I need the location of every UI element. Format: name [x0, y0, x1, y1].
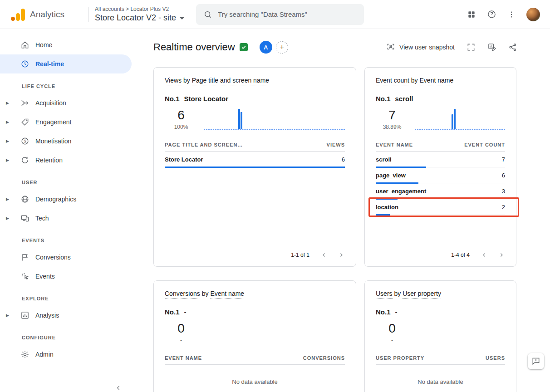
- search-input[interactable]: [218, 10, 357, 18]
- metric-selector[interactable]: Event count: [376, 77, 409, 85]
- expand-chevron-icon[interactable]: ▶: [0, 158, 12, 162]
- edit-dashboard-icon[interactable]: [487, 43, 496, 52]
- analysis-icon: [20, 310, 30, 320]
- card-title: Users by User property: [376, 290, 505, 297]
- add-comparison-button[interactable]: +: [276, 41, 288, 54]
- sidebar-item-acquisition[interactable]: ▶ Acquisition: [0, 93, 132, 113]
- sidebar: Home Real-time LIFE CYCLE ▶ Acquisition …: [0, 29, 136, 392]
- metric-selector[interactable]: Views: [165, 77, 182, 85]
- sidebar-item-analysis[interactable]: ▶ Analysis: [0, 306, 132, 325]
- apps-grid-icon[interactable]: [467, 10, 476, 19]
- dimension-selector[interactable]: User property: [403, 290, 441, 299]
- conversions-card: Conversions by Event name No.1 - 0 -: [153, 280, 356, 392]
- sidebar-section-explore: EXPLORE: [0, 286, 136, 306]
- page-title: Realtime overview: [153, 41, 235, 53]
- no-data-message: No data available: [165, 378, 345, 385]
- percent-label: -: [376, 337, 408, 343]
- table-row: user_engagement 3: [376, 183, 505, 199]
- card-table: EVENT NAME CONVERSIONS No data available: [165, 355, 345, 385]
- search-icon: [203, 10, 212, 19]
- expand-chevron-icon[interactable]: ▶: [0, 120, 12, 124]
- next-page-icon[interactable]: [499, 252, 504, 258]
- row-value-bar: [376, 214, 390, 216]
- analytics-logo-icon: [10, 8, 25, 21]
- card-table: PAGE TITLE AND SCREEN… VIEWS Store Locat…: [165, 142, 345, 167]
- dimension-selector[interactable]: Page title and screen name: [192, 77, 269, 85]
- search-bar[interactable]: [196, 4, 364, 25]
- help-icon[interactable]: [487, 10, 496, 19]
- comparison-chip[interactable]: A: [260, 41, 272, 54]
- main-content: Realtime overview A + View user snapshot: [136, 29, 550, 392]
- app-name: Analytics: [30, 10, 64, 20]
- more-vertical-icon[interactable]: [507, 10, 516, 19]
- dimension-selector[interactable]: Event name: [420, 77, 454, 85]
- next-page-icon[interactable]: [339, 252, 344, 258]
- expand-chevron-icon[interactable]: ▶: [0, 139, 12, 143]
- fullscreen-icon[interactable]: [467, 43, 476, 52]
- big-number: 6: [165, 108, 197, 122]
- sidebar-section-events: EVENTS: [0, 228, 136, 248]
- feedback-button[interactable]: [528, 353, 544, 369]
- table-row: scroll 7: [376, 152, 505, 167]
- percent-label: 38.89%: [376, 124, 408, 130]
- breadcrumb: All accounts > Locator Plus V2: [95, 6, 184, 12]
- share-icon[interactable]: [508, 43, 517, 52]
- expand-chevron-icon[interactable]: ▶: [0, 313, 12, 318]
- no-data-message: No data available: [376, 378, 505, 385]
- view-user-snapshot-button[interactable]: View user snapshot: [386, 43, 455, 52]
- flag-icon: [20, 252, 30, 262]
- property-selector[interactable]: All accounts > Locator Plus V2 Store Loc…: [95, 6, 184, 23]
- analytics-home-link[interactable]: Analytics: [10, 8, 86, 21]
- user-snapshot-icon: [386, 43, 395, 52]
- pagination: 1-1 of 1: [165, 246, 345, 260]
- row-value-bar: [376, 167, 426, 168]
- sidebar-section-user: USER: [0, 170, 136, 190]
- metric-selector[interactable]: Users: [376, 290, 393, 299]
- table-row-highlighted: location 2: [376, 199, 505, 215]
- row-value-bar: [376, 182, 418, 184]
- sidebar-item-admin[interactable]: Admin: [0, 345, 132, 364]
- expand-chevron-icon[interactable]: ▶: [0, 101, 12, 105]
- table-row: Store Locator 6: [165, 152, 345, 167]
- sidebar-item-monetisation[interactable]: ▶ $ Monetisation: [0, 132, 132, 151]
- realtime-status-icon: [240, 43, 248, 51]
- card-table: EVENT NAME EVENT COUNT scroll 7 page_vie…: [376, 142, 505, 215]
- dimension-selector[interactable]: Event name: [210, 290, 244, 299]
- percent-label: 100%: [165, 124, 197, 130]
- row-value-bar: [165, 167, 345, 168]
- user-avatar[interactable]: [526, 8, 540, 21]
- percent-label: -: [165, 337, 197, 343]
- metric-selector[interactable]: Conversions: [165, 290, 200, 299]
- retention-icon: [20, 155, 30, 165]
- monetisation-icon: $: [20, 136, 30, 146]
- rank-label: No.1: [376, 308, 391, 316]
- card-table: USER PROPERTY USERS No data available: [376, 355, 505, 385]
- rank-label: No.1: [165, 308, 180, 316]
- sidebar-item-home[interactable]: Home: [0, 35, 132, 54]
- collapse-sidebar-icon[interactable]: [115, 385, 122, 391]
- events-icon: [20, 271, 30, 281]
- rank-value: Store Locator: [184, 95, 229, 103]
- sidebar-item-tech[interactable]: ▶ Tech: [0, 209, 132, 228]
- sidebar-item-engagement[interactable]: ▶ Engagement: [0, 113, 132, 132]
- chevron-down-icon: [180, 17, 184, 20]
- users-card: Users by User property No.1 - 0 - USE: [364, 280, 516, 392]
- rank-value: scroll: [395, 95, 413, 103]
- card-title: Event count by Event name: [376, 77, 505, 84]
- home-icon: [20, 40, 30, 50]
- clock-icon: [20, 59, 30, 69]
- prev-page-icon[interactable]: [481, 252, 487, 258]
- big-number: 0: [376, 321, 408, 336]
- table-row: page_view 6: [376, 167, 505, 183]
- sidebar-item-conversions[interactable]: Conversions: [0, 248, 132, 267]
- acquisition-icon: [20, 98, 30, 108]
- top-bar: Analytics All accounts > Locator Plus V2…: [0, 0, 550, 29]
- prev-page-icon[interactable]: [321, 252, 327, 258]
- sidebar-item-events[interactable]: Events: [0, 267, 132, 286]
- sidebar-item-realtime[interactable]: Real-time: [0, 54, 132, 74]
- expand-chevron-icon[interactable]: ▶: [0, 216, 12, 220]
- sidebar-item-retention[interactable]: ▶ Retention: [0, 151, 132, 170]
- card-title: Views by Page title and screen name: [165, 77, 345, 84]
- sidebar-item-demographics[interactable]: ▶ Demographics: [0, 190, 132, 209]
- expand-chevron-icon[interactable]: ▶: [0, 197, 12, 201]
